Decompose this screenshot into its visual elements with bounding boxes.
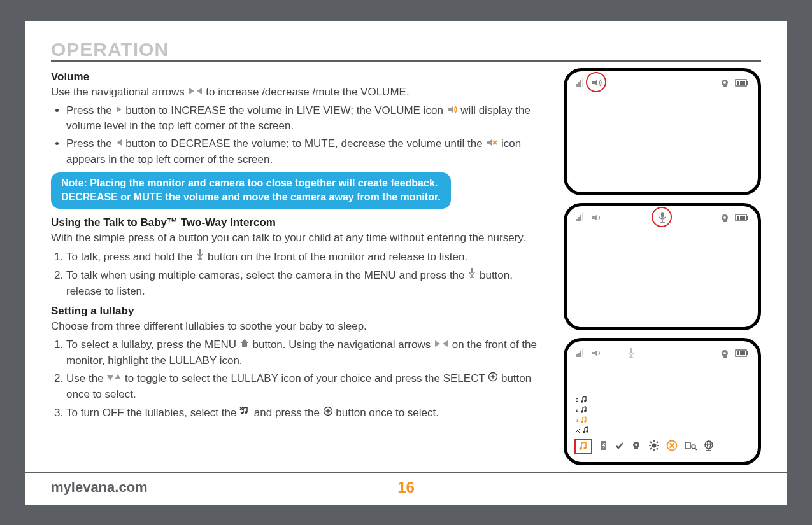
svg-line-105 — [695, 448, 697, 450]
svg-rect-63 — [630, 348, 632, 353]
menu-cancel-icon — [666, 440, 678, 454]
signal-icon — [576, 78, 586, 89]
text: To talk, press and hold the — [66, 251, 196, 263]
svg-rect-11 — [471, 268, 473, 273]
svg-rect-43 — [578, 217, 580, 221]
svg-point-76 — [581, 410, 583, 412]
step-item: Use the to toggle to select the LULLABY … — [66, 371, 550, 402]
step-item: To talk when using multiple cameras, sel… — [66, 267, 550, 299]
manual-page: OPERATION Volume Use the navigational ar… — [25, 21, 787, 505]
step-item: To select a lullaby, press the MENU butt… — [66, 337, 550, 368]
svg-rect-44 — [580, 215, 581, 221]
svg-marker-46 — [592, 214, 597, 221]
svg-point-22 — [241, 412, 244, 414]
bullet-item: Press the button to DECREASE the volume;… — [66, 136, 550, 167]
svg-rect-41 — [746, 81, 748, 85]
signal-icon — [576, 213, 586, 224]
svg-rect-53 — [743, 216, 745, 220]
svg-line-97 — [657, 448, 658, 449]
text: Use the — [66, 372, 106, 384]
highlight-circle-icon — [652, 207, 672, 227]
microphone-icon-highlighted — [657, 211, 667, 227]
svg-marker-3 — [448, 106, 453, 113]
svg-line-98 — [657, 442, 658, 443]
note-line: DECREASE or MUTE the volume and move the… — [61, 190, 441, 204]
svg-rect-71 — [740, 351, 743, 355]
svg-rect-36 — [723, 85, 727, 87]
svg-rect-8 — [199, 249, 201, 255]
volume-icon-highlighted — [591, 78, 602, 90]
svg-point-77 — [585, 410, 587, 412]
text: button to INCREASE the volume in LIVE VI… — [125, 104, 446, 116]
note-callout: Note: Placing the monitor and camera too… — [51, 172, 451, 208]
svg-rect-54 — [746, 216, 748, 220]
footer-url: mylevana.com — [51, 479, 148, 496]
svg-point-82 — [583, 431, 585, 433]
volume-mute-icon — [485, 138, 498, 147]
left-arrow-icon — [115, 138, 123, 147]
text: To turn OFF the lullabies, select the — [66, 407, 239, 419]
screen-intercom — [564, 203, 761, 330]
volume-icon — [591, 348, 602, 360]
lullaby-option-2: 2 — [576, 406, 590, 415]
menu-power-icon — [599, 440, 609, 454]
svg-rect-103 — [685, 442, 690, 449]
svg-rect-29 — [576, 84, 578, 87]
battery-icon — [735, 349, 749, 359]
lullaby-option-3: 3 — [576, 396, 590, 405]
text: Use the navigational arrows — [51, 86, 188, 98]
intercom-steps: To talk, press and hold the button on th… — [51, 249, 550, 300]
svg-rect-39 — [740, 81, 743, 85]
svg-rect-68 — [723, 356, 727, 358]
svg-point-84 — [579, 447, 581, 449]
svg-point-89 — [635, 444, 637, 446]
text: button to DECREASE the volume; to MUTE, … — [125, 137, 485, 150]
svg-point-48 — [723, 216, 726, 219]
text: Press the — [66, 137, 115, 150]
svg-rect-52 — [740, 216, 743, 220]
svg-rect-73 — [746, 351, 748, 355]
text: and press the — [254, 407, 323, 419]
svg-point-91 — [652, 443, 657, 447]
svg-point-74 — [581, 400, 583, 402]
svg-rect-72 — [743, 351, 745, 355]
volume-icon — [591, 213, 602, 225]
text: to toggle to select the LULLABY icon of … — [125, 372, 488, 384]
svg-point-79 — [585, 420, 587, 422]
volume-heading: Volume — [51, 69, 550, 85]
microphone-icon — [467, 267, 476, 279]
svg-point-67 — [723, 352, 726, 354]
svg-rect-49 — [723, 220, 727, 222]
camera-icon — [720, 78, 730, 89]
svg-point-75 — [585, 400, 587, 402]
note-line: Note: Placing the monitor and camera too… — [61, 176, 441, 190]
svg-point-85 — [583, 446, 586, 449]
text: To talk when using multiple cameras, sel… — [66, 269, 467, 281]
lullaby-option-off — [576, 426, 590, 435]
two-column-layout: Volume Use the navigational arrows to in… — [51, 66, 761, 465]
menu-check-icon — [615, 441, 624, 452]
lullaby-option-1-selected: 1 — [576, 416, 590, 425]
volume-intro: Use the navigational arrows to increase … — [51, 85, 550, 101]
screen-volume — [564, 68, 761, 195]
left-right-arrows-icon — [434, 339, 449, 348]
page-footer: mylevana.com 16 — [25, 472, 787, 505]
svg-rect-31 — [580, 80, 581, 87]
select-plus-icon — [488, 372, 498, 382]
home-icon — [239, 338, 250, 348]
camera-icon — [720, 213, 730, 224]
svg-rect-70 — [737, 351, 739, 355]
svg-rect-90 — [634, 447, 638, 449]
text: To select a lullaby, press the MENU — [66, 339, 239, 351]
menu-camera-icon — [630, 440, 642, 453]
svg-rect-59 — [578, 353, 580, 357]
page-number: 16 — [397, 479, 415, 496]
svg-line-96 — [650, 442, 652, 443]
bullet-item: Press the button to INCREASE the volume … — [66, 103, 550, 134]
left-right-arrows-icon — [188, 87, 203, 95]
step-item: To talk, press and hold the button on th… — [66, 249, 550, 265]
svg-point-78 — [581, 421, 583, 423]
text-column: Volume Use the navigational arrows to in… — [51, 66, 553, 465]
step-item: To turn OFF the lullabies, select the an… — [66, 405, 550, 421]
battery-icon — [735, 213, 749, 223]
